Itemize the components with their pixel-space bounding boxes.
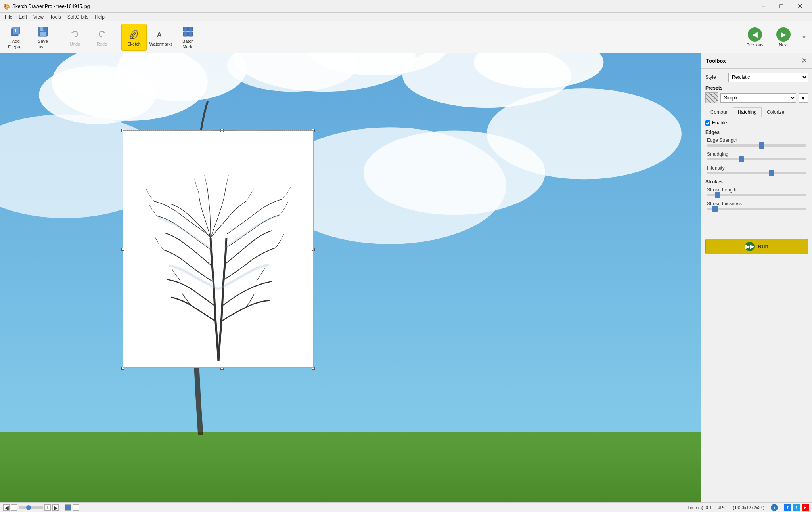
toolbox-content: Style Realistic Simple Cartoon Pencil Pr…: [701, 69, 812, 235]
run-button[interactable]: ▶▶ Run: [705, 239, 808, 254]
stroke-length-track[interactable]: [707, 194, 806, 196]
next-button[interactable]: ▶ Next: [771, 24, 796, 51]
save-as-label: Save: [38, 39, 48, 44]
redo-icon: [96, 28, 108, 41]
social-icons: f t ▶: [784, 504, 809, 511]
redo-label: Redo: [97, 42, 107, 46]
svg-rect-12: [183, 27, 188, 31]
app-icon: 🎨: [3, 3, 10, 10]
scroll-left-btn[interactable]: ◀: [3, 504, 10, 511]
watermarks-button[interactable]: A Watermarks: [148, 24, 174, 51]
stroke-thickness-container: Stroke thickness: [705, 201, 808, 210]
zoom-plus-btn[interactable]: +: [44, 504, 51, 511]
undo-button[interactable]: Undo: [62, 24, 88, 51]
stroke-length-thumb[interactable]: [715, 192, 720, 198]
watermarks-icon: A: [155, 28, 167, 41]
time-display: Time (s): 0.1: [688, 505, 712, 510]
enable-row: Enable: [705, 120, 808, 126]
info-icon[interactable]: i: [771, 504, 778, 511]
style-select[interactable]: Realistic Simple Cartoon Pencil: [728, 73, 808, 82]
maximize-button[interactable]: □: [772, 0, 791, 13]
time-value: 0.1: [706, 505, 712, 510]
presets-dropdown-btn[interactable]: ▼: [799, 93, 808, 103]
dimensions-display: (1920x1272x24): [733, 505, 764, 510]
smudging-thumb[interactable]: [739, 156, 744, 162]
run-label: Run: [758, 243, 768, 250]
batch-mode-button[interactable]: Batch Mode: [175, 24, 201, 51]
stroke-length-label: Stroke Length: [707, 187, 806, 193]
previous-button[interactable]: ◀ Previous: [742, 24, 768, 51]
edge-strength-container: Edge Strength: [705, 138, 808, 147]
zoom-slider-thumb[interactable]: [26, 505, 31, 510]
stroke-thickness-thumb[interactable]: [712, 206, 718, 212]
undo-label: Undo: [70, 42, 80, 46]
zoom-control: ◀ − + ▶: [3, 504, 59, 511]
selection-bottom: [123, 367, 313, 368]
statusbar: ◀ − + ▶ Time (s): 0.1 JPG (1920x1272x24)…: [0, 502, 812, 512]
intensity-thumb[interactable]: [769, 170, 774, 176]
toolbar-right: ◀ Previous ▶ Next ▼: [742, 24, 809, 51]
tree-sketch-svg: [123, 131, 314, 369]
watermarks-label: Watermarks: [149, 42, 173, 46]
batch-mode-sublabel: Mode: [182, 44, 193, 49]
stroke-thickness-track[interactable]: [707, 208, 806, 210]
edge-strength-label: Edge Strength: [707, 138, 806, 143]
svg-rect-15: [188, 32, 193, 36]
tab-colorize[interactable]: Colorize: [762, 107, 789, 117]
svg-rect-7: [43, 27, 44, 30]
intensity-track[interactable]: [707, 172, 806, 174]
menu-file[interactable]: File: [2, 13, 15, 21]
svg-rect-14: [183, 32, 188, 36]
scroll-right-btn[interactable]: ▶: [52, 504, 59, 511]
dropdown-arrow[interactable]: ▼: [799, 32, 809, 42]
svg-point-28: [364, 130, 545, 215]
redo-button[interactable]: Redo: [89, 24, 115, 51]
minimize-button[interactable]: −: [754, 0, 772, 13]
previous-label: Previous: [747, 42, 764, 47]
save-as-sublabel: as...: [39, 44, 47, 49]
youtube-icon[interactable]: ▶: [802, 504, 809, 511]
toolbox-close-button[interactable]: ✕: [801, 56, 807, 65]
selection-top: [123, 130, 313, 131]
save-as-button[interactable]: Save as...: [30, 24, 56, 51]
menu-tools[interactable]: Tools: [47, 13, 64, 21]
menu-edit[interactable]: Edit: [15, 13, 30, 21]
toolbox-title: Toolbox: [706, 58, 726, 64]
next-icon: ▶: [776, 27, 791, 42]
twitter-icon[interactable]: t: [793, 504, 800, 511]
sketch-button[interactable]: Sketch: [121, 24, 147, 51]
enable-checkbox[interactable]: [705, 120, 710, 126]
sketch-icon: [128, 28, 140, 41]
svg-text:A: A: [157, 31, 162, 38]
batch-mode-icon: [182, 25, 194, 38]
enable-label: Enable: [712, 120, 727, 126]
page-icon-1: [65, 504, 71, 511]
zoom-minus-btn[interactable]: −: [11, 504, 17, 511]
presets-select[interactable]: Simple Detailed Dark: [720, 93, 796, 103]
sketch-area: [123, 130, 313, 368]
batch-mode-label: Batch: [182, 39, 193, 44]
svg-rect-13: [188, 27, 193, 31]
smudging-label: Smudging: [707, 151, 806, 157]
zoom-slider-track[interactable]: [19, 506, 43, 509]
presets-pattern-icon: [705, 92, 718, 103]
edge-strength-thumb[interactable]: [759, 142, 764, 149]
time-label: Time (s):: [688, 505, 705, 510]
toolbar-sep-2: [118, 25, 118, 49]
tab-hatching[interactable]: Hatching: [733, 107, 762, 117]
close-button[interactable]: ✕: [791, 0, 809, 13]
svg-rect-29: [0, 432, 701, 435]
add-files-button[interactable]: Add File(s)...: [3, 24, 29, 51]
run-icon: ▶▶: [745, 242, 755, 251]
window-title: Sketch Drawer Pro - tree-164915.jpg: [12, 4, 90, 9]
toolbox-header: Toolbox ✕: [701, 53, 812, 69]
selection-left: [123, 130, 123, 368]
facebook-icon[interactable]: f: [784, 504, 791, 511]
tab-contour[interactable]: Contour: [705, 107, 733, 117]
smudging-track[interactable]: [707, 158, 806, 160]
canvas-area: [0, 53, 701, 502]
menu-view[interactable]: View: [30, 13, 47, 21]
edge-strength-track[interactable]: [707, 144, 806, 147]
menu-help[interactable]: Help: [92, 13, 108, 21]
menu-softorbits[interactable]: SoftOrbits: [64, 13, 92, 21]
